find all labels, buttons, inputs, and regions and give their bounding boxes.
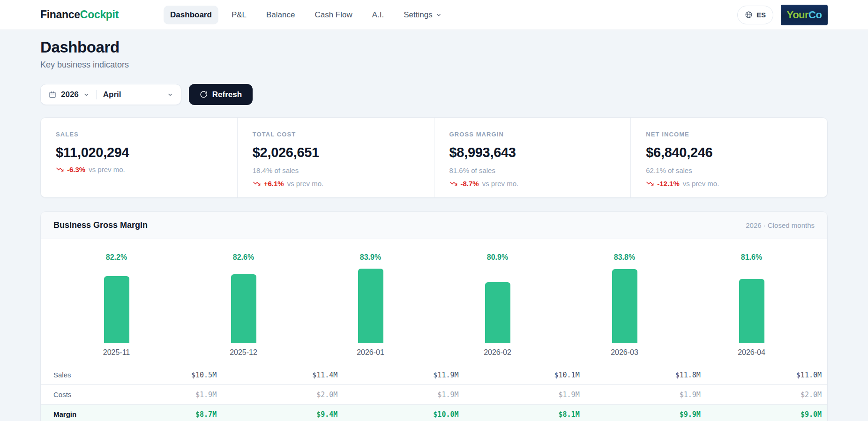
bar-value-label: 81.6%	[741, 253, 762, 263]
table-cell: $1.9M	[580, 391, 701, 399]
table-cell: $11.8M	[580, 371, 701, 379]
kpi-delta-row: -8.7%vs prev mo.	[449, 180, 616, 188]
table-cell: $1.9M	[459, 391, 580, 399]
table-cell: $9.9M	[580, 410, 701, 419]
kpi-label: GROSS MARGIN	[449, 131, 616, 138]
chart-summary-table: Sales$10.5M$11.4M$11.9M$10.1M$11.8M$11.0…	[41, 365, 827, 421]
table-row-label: Sales	[53, 371, 96, 379]
nav-item-a-i[interactable]: A.I.	[366, 6, 391, 24]
kpi-delta-row: -12.1%vs prev mo.	[646, 180, 812, 188]
table-row-sales: Sales$10.5M$11.4M$11.9M$10.1M$11.8M$11.0…	[41, 365, 827, 384]
page-subtitle: Key business indicators	[40, 60, 828, 70]
refresh-button-label: Refresh	[212, 90, 242, 99]
table-cell: $11.9M	[337, 371, 458, 379]
table-cell: $2.0M	[701, 391, 822, 399]
table-row-label: Costs	[53, 391, 96, 398]
language-button[interactable]: ES	[737, 6, 773, 24]
bar-area	[358, 263, 383, 343]
bar	[739, 279, 764, 343]
bar	[231, 274, 256, 343]
page-title: Dashboard	[40, 38, 828, 56]
nav-item-cash-flow[interactable]: Cash Flow	[308, 6, 359, 24]
kpi-of-sales: 18.4% of sales	[253, 166, 419, 174]
nav-item-label: A.I.	[372, 10, 384, 20]
table-cell: $8.7M	[96, 410, 217, 419]
kpi-value: $2,026,651	[253, 145, 419, 160]
chevron-down-icon	[435, 12, 442, 18]
table-cell: $9.4M	[217, 410, 337, 419]
bar-column-2026-02: 80.9%2026-02	[434, 253, 561, 359]
chevron-down-icon	[167, 91, 173, 98]
kpi-value: $6,840,246	[646, 145, 812, 160]
table-cell: $11.4M	[217, 371, 337, 379]
year-select[interactable]: 2026	[48, 90, 90, 99]
table-cell: $2.0M	[217, 391, 337, 399]
trending-down-icon	[449, 180, 457, 188]
nav-item-dashboard[interactable]: Dashboard	[164, 6, 218, 24]
kpi-delta-suffix: vs prev mo.	[482, 180, 519, 188]
company-logo-part1: Your	[787, 9, 808, 21]
table-cell: $1.9M	[96, 391, 217, 399]
bar-value-label: 83.8%	[614, 253, 635, 263]
kpi-total-cost: TOTAL COST$2,026,65118.4% of sales+6.1%v…	[237, 118, 434, 197]
bar	[612, 269, 637, 343]
nav-item-label: P&L	[232, 10, 247, 20]
bar-value-label: 82.6%	[233, 253, 254, 263]
globe-icon	[745, 11, 753, 19]
chevron-down-icon	[83, 91, 90, 98]
gross-margin-chart-card: Business Gross Margin 2026 · Closed mont…	[40, 211, 828, 421]
month-select-value: April	[103, 90, 121, 99]
table-row-margin: Margin$8.7M$9.4M$10.0M$8.1M$9.9M$9.0M	[41, 404, 827, 421]
company-logo: YourCo	[781, 5, 828, 25]
kpi-delta-value: +6.1%	[264, 180, 284, 188]
bar-area	[104, 263, 129, 343]
chart-period-note: 2026 · Closed months	[746, 221, 815, 229]
main-nav: DashboardP&LBalanceCash FlowA.I.Settings	[164, 6, 737, 24]
bar-area	[485, 263, 510, 343]
company-logo-part2: Co	[808, 9, 822, 21]
bar-value-label: 80.9%	[487, 253, 508, 263]
kpi-delta-row: -6.3%vs prev mo.	[56, 165, 222, 173]
bar-value-label: 83.9%	[360, 253, 381, 263]
table-row-costs: Costs$1.9M$2.0M$1.9M$1.9M$1.9M$2.0M	[41, 384, 827, 404]
bar-category-label: 2025-12	[230, 348, 257, 359]
bar-value-label: 82.2%	[106, 253, 127, 263]
kpi-net-income: NET INCOME$6,840,24662.1% of sales-12.1%…	[630, 118, 827, 197]
table-cell: $10.1M	[459, 371, 580, 379]
nav-item-balance[interactable]: Balance	[260, 6, 301, 24]
table-cell: $8.1M	[459, 410, 580, 419]
bar-column-2026-04: 81.6%2026-04	[688, 253, 815, 359]
nav-item-settings[interactable]: Settings	[397, 6, 448, 24]
table-cell: $10.0M	[337, 410, 458, 419]
period-select-group: 2026 April	[40, 84, 181, 105]
trending-down-icon	[56, 165, 64, 173]
kpi-delta-suffix: vs prev mo.	[287, 180, 324, 188]
refresh-icon	[200, 90, 208, 98]
kpi-delta-value: -8.7%	[461, 180, 479, 188]
bar-chart-plot: 82.2%2025-1182.6%2025-1283.9%2026-0180.9…	[41, 239, 827, 365]
filter-row: 2026 April Refresh	[40, 84, 828, 105]
bar-column-2026-01: 83.9%2026-01	[307, 253, 434, 359]
chart-title: Business Gross Margin	[53, 220, 148, 230]
trending-down-icon	[646, 180, 654, 188]
nav-item-p-l[interactable]: P&L	[225, 6, 253, 24]
app-logo-primary: Finance	[40, 8, 80, 21]
table-cell: $11.0M	[701, 371, 822, 379]
table-cell: $1.9M	[337, 391, 458, 399]
bar	[358, 269, 383, 343]
kpi-delta-suffix: vs prev mo.	[89, 165, 125, 173]
bar-category-label: 2026-04	[738, 348, 765, 359]
bar-column-2025-11: 82.2%2025-11	[53, 253, 180, 359]
topbar-right: ES YourCo	[737, 5, 828, 25]
bar-category-label: 2025-11	[103, 348, 130, 359]
refresh-button[interactable]: Refresh	[189, 84, 253, 105]
top-navigation-bar: FinanceCockpit DashboardP&LBalanceCash F…	[0, 0, 868, 30]
month-select[interactable]: April	[103, 90, 173, 99]
kpi-of-sales: 62.1% of sales	[646, 166, 812, 174]
select-divider	[96, 90, 97, 99]
kpi-label: TOTAL COST	[253, 131, 419, 138]
kpi-delta-value: -6.3%	[67, 165, 85, 173]
app-logo-accent: Cockpit	[80, 8, 119, 21]
nav-item-label: Settings	[404, 10, 432, 20]
bar	[104, 276, 129, 343]
